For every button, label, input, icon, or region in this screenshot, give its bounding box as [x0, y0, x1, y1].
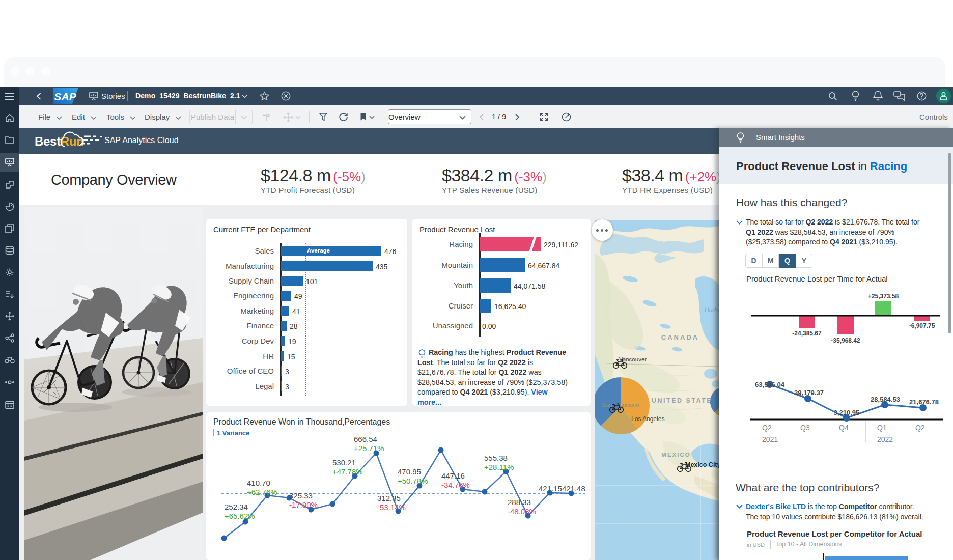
svg-text:2021: 2021: [762, 435, 778, 443]
svg-text:39,179.37: 39,179.37: [794, 389, 824, 397]
svg-text:MEXICO: MEXICO: [661, 452, 690, 458]
svg-text:Q3: Q3: [800, 424, 810, 432]
svg-text:Q4: Q4: [839, 424, 849, 432]
svg-text:UNITED STATES: UNITED STATES: [652, 397, 718, 404]
svg-text:CANADA: CANADA: [661, 333, 699, 341]
svg-text:-6,907.75: -6,907.75: [909, 322, 935, 329]
svg-text:+25,373.58: +25,373.58: [868, 293, 899, 300]
svg-text:Q2: Q2: [762, 424, 772, 432]
svg-text:28,584.53: 28,584.53: [871, 396, 900, 403]
svg-text:2022: 2022: [877, 435, 893, 443]
svg-text:-24,385.67: -24,385.67: [792, 330, 822, 337]
svg-text:21,676.78: 21,676.78: [909, 398, 939, 406]
svg-text:3,210.95: 3,210.95: [834, 409, 860, 416]
svg-text:Los Angeles: Los Angeles: [631, 415, 664, 423]
svg-text:Q1: Q1: [877, 424, 887, 432]
svg-text:-35,968.42: -35,968.42: [831, 337, 860, 344]
svg-text:SAP: SAP: [54, 91, 77, 102]
svg-text:Vancouver: Vancouver: [619, 356, 647, 362]
svg-text:63,586.04: 63,586.04: [755, 381, 785, 388]
svg-text:Q2: Q2: [915, 424, 925, 432]
